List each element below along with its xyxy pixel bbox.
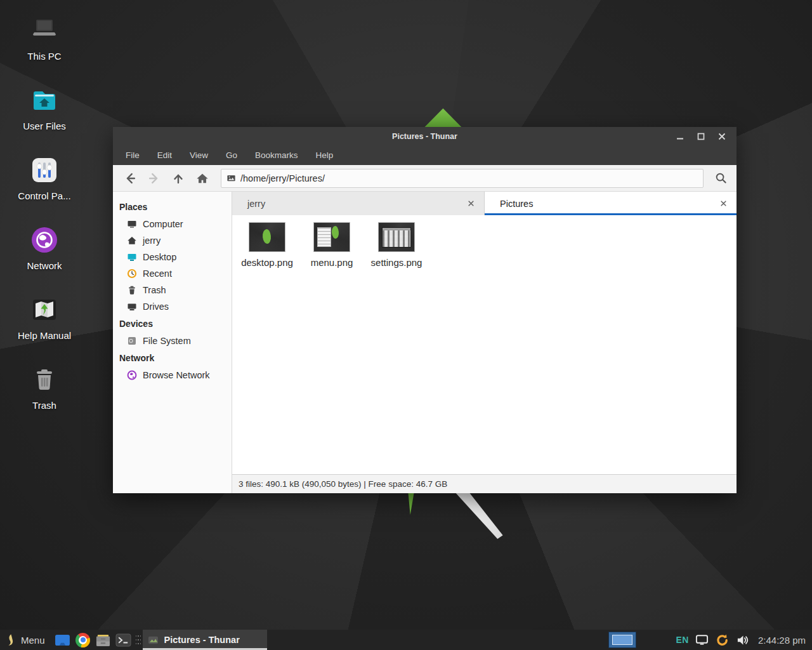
start-menu-button[interactable]: Menu [0, 630, 53, 650]
sidebar-heading-network: Network [113, 349, 232, 367]
file-manager-launcher[interactable] [93, 630, 114, 650]
menu-bar: File Edit View Go Bookmarks Help [113, 146, 737, 165]
panel-separator [136, 633, 141, 647]
home-button[interactable] [190, 168, 214, 189]
pictures-folder-icon [226, 173, 236, 183]
home-icon [127, 235, 137, 246]
tab-label: jerry [247, 199, 465, 209]
file-desktop-png[interactable]: desktop.png [235, 222, 299, 268]
file-name: settings.png [364, 257, 429, 268]
tab-jerry[interactable]: jerry [232, 192, 485, 215]
status-text: 3 files: 490.1 kB (490,050 bytes) | Free… [239, 479, 447, 489]
tab-pictures[interactable]: Pictures [485, 192, 737, 215]
desktop-icon-trash[interactable]: Trash [13, 364, 76, 411]
computer-icon [29, 15, 60, 46]
desktop-icon-label: This PC [13, 51, 76, 62]
sidebar-item-label: Drives [143, 302, 169, 312]
thunar-window: Pictures - Thunar File Edit View Go Book… [113, 127, 737, 493]
clock[interactable]: 2:44:28 pm [756, 635, 806, 646]
home-folder-icon [29, 85, 60, 116]
back-button[interactable] [118, 168, 142, 189]
image-thumbnail [314, 223, 350, 251]
recent-clock-icon [127, 269, 137, 279]
maximize-button[interactable] [695, 131, 707, 142]
workspace-switcher[interactable] [608, 632, 636, 648]
desktop-icon-help-manual[interactable]: Help Manual [13, 295, 76, 341]
desktop-icon-label: Help Manual [13, 330, 76, 341]
desktop-icon-label: Control Pa... [13, 190, 76, 201]
blue-window-launcher[interactable] [53, 630, 73, 650]
sidebar-item-trash[interactable]: Trash [113, 282, 232, 298]
main-pane: jerry Pictures desktop.png menu.png [232, 192, 737, 493]
tab-close-icon[interactable] [465, 198, 476, 209]
task-label: Pictures - Thunar [164, 635, 240, 645]
sidebar-item-drives[interactable]: Drives [113, 298, 232, 315]
browse-network-icon [127, 370, 137, 380]
sidebar-item-label: Desktop [143, 252, 176, 262]
file-list[interactable]: desktop.png menu.png settings.png [232, 215, 737, 474]
terminal-icon [115, 633, 131, 647]
forward-arrow-icon [147, 171, 161, 185]
sidebar-item-label: Recent [143, 269, 172, 279]
file-name: menu.png [299, 257, 364, 268]
trash-icon [127, 285, 137, 295]
toolbar: /home/jerry/Pictures/ [113, 165, 737, 192]
sidebar-item-desktop[interactable]: Desktop [113, 249, 232, 265]
window-controls [674, 127, 728, 146]
search-button[interactable] [710, 168, 731, 189]
menu-file[interactable]: File [117, 146, 148, 165]
desktop-icon-control-panel[interactable]: Control Pa... [13, 155, 76, 201]
sidebar-item-browse-network[interactable]: Browse Network [113, 367, 232, 383]
desktop-icon [127, 252, 137, 262]
file-menu-png[interactable]: menu.png [299, 222, 364, 268]
menu-bookmarks[interactable]: Bookmarks [246, 146, 307, 165]
sidebar-item-label: jerry [143, 235, 160, 246]
forward-button[interactable] [142, 168, 166, 189]
desktop-icon-label: Network [13, 260, 76, 271]
filesystem-icon [127, 336, 137, 346]
up-button[interactable] [166, 168, 190, 189]
volume-icon[interactable] [736, 634, 749, 646]
task-button-thunar[interactable]: Pictures - Thunar [143, 630, 267, 650]
status-bar: 3 files: 490.1 kB (490,050 bytes) | Free… [232, 474, 737, 493]
close-button[interactable] [716, 131, 728, 142]
keyboard-layout-indicator[interactable]: EN [676, 635, 688, 645]
menu-help[interactable]: Help [307, 146, 343, 165]
sidebar-heading-devices: Devices [113, 315, 232, 333]
window-titlebar[interactable]: Pictures - Thunar [113, 127, 737, 146]
sidebar-item-file-system[interactable]: File System [113, 333, 232, 349]
desktop-icon-this-pc[interactable]: This PC [13, 15, 76, 62]
minimize-button[interactable] [674, 131, 686, 142]
file-name: desktop.png [235, 257, 299, 268]
tab-close-icon[interactable] [717, 198, 729, 209]
desktop-icon-network[interactable]: Network [13, 225, 76, 271]
desktop-icon-label: Trash [13, 400, 76, 411]
file-settings-png[interactable]: settings.png [364, 222, 429, 268]
sidebar-item-label: Browse Network [143, 370, 210, 380]
terminal-launcher[interactable] [114, 630, 134, 650]
menu-label: Menu [21, 635, 45, 646]
up-arrow-icon [171, 171, 185, 185]
window-body: Places Computer jerry Desktop Recent Tra… [113, 192, 737, 493]
task-window-icon [148, 635, 159, 646]
computer-icon [127, 219, 137, 229]
sidebar-item-jerry[interactable]: jerry [113, 232, 232, 249]
blue-window-icon [55, 633, 70, 647]
sidebar-item-label: File System [143, 336, 191, 346]
image-thumbnail [249, 223, 285, 251]
search-icon [714, 171, 728, 185]
display-tray-icon[interactable] [695, 634, 709, 646]
menu-edit[interactable]: Edit [148, 146, 181, 165]
sidebar-item-recent[interactable]: Recent [113, 265, 232, 282]
image-thumbnail [379, 223, 414, 251]
desktop-icon-user-files[interactable]: User Files [13, 85, 76, 131]
update-manager-icon[interactable] [715, 633, 730, 647]
menu-go[interactable]: Go [217, 146, 246, 165]
sidebar-item-label: Computer [143, 219, 183, 229]
help-manual-icon [29, 295, 60, 325]
sidebar-item-computer[interactable]: Computer [113, 216, 232, 232]
menu-view[interactable]: View [181, 146, 217, 165]
chrome-launcher[interactable] [73, 630, 93, 650]
path-bar[interactable]: /home/jerry/Pictures/ [221, 169, 704, 188]
tab-bar: jerry Pictures [232, 192, 737, 215]
